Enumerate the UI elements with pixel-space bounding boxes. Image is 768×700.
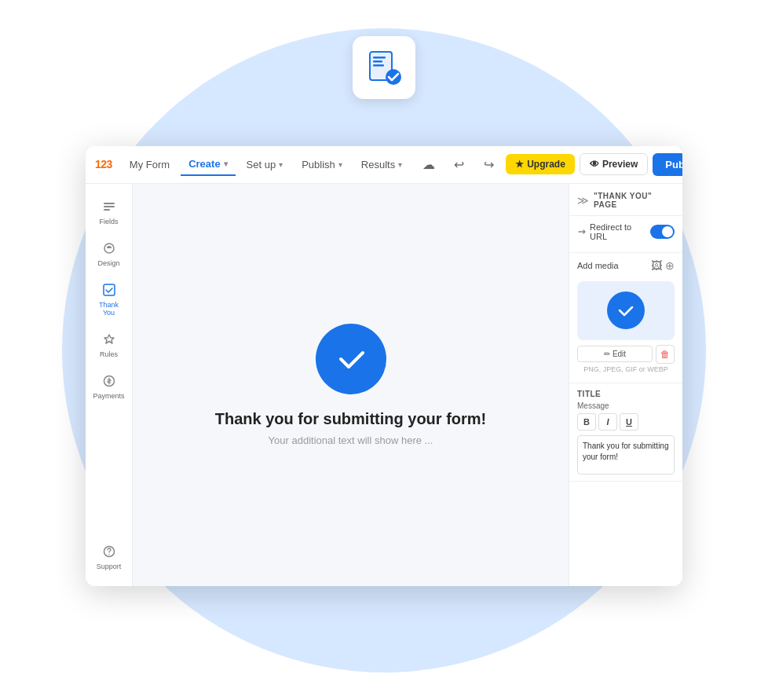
nav-actions: ☁ ↩ ↪ ★ Upgrade 👁 Preview Publish — [416, 152, 682, 177]
svg-rect-1 — [373, 57, 386, 59]
media-edit-row: ✏ Edit 🗑 — [577, 345, 675, 364]
panel-title: "THANK YOU" PAGE — [594, 192, 675, 209]
thankyou-icon — [102, 283, 116, 299]
publish-button[interactable]: Publish — [653, 153, 682, 176]
top-nav: 123 My Form Create ▾ Set up ▾ Publish ▾ … — [86, 146, 682, 184]
add-media-row: Add media 🖼 ⊕ — [577, 259, 675, 277]
nav-create[interactable]: Create ▾ — [181, 153, 235, 176]
eye-icon: 👁 — [590, 159, 599, 170]
redirect-section: Redirect to URL — [569, 216, 682, 253]
canvas-subtitle: Your additional text will show here ... — [269, 434, 433, 446]
sidebar-item-payments[interactable]: Payments — [89, 368, 130, 406]
add-media-label: Add media — [577, 261, 619, 270]
delete-media-button[interactable]: 🗑 — [656, 345, 675, 364]
underline-button[interactable]: U — [620, 413, 638, 431]
payments-icon — [102, 374, 116, 390]
rules-icon — [102, 332, 116, 349]
right-panel: ≫ "THANK YOU" PAGE Redirect to URL — [569, 184, 682, 586]
chevron-down-icon: ▾ — [338, 160, 342, 169]
media-preview — [577, 281, 675, 340]
format-toolbar: B I U — [577, 413, 675, 431]
svg-rect-6 — [104, 206, 115, 207]
media-section: Add media 🖼 ⊕ — [569, 253, 682, 383]
svg-rect-3 — [373, 64, 384, 67]
svg-rect-9 — [104, 284, 115, 295]
success-checkmark — [316, 324, 386, 394]
sidebar-label-payments: Payments — [93, 392, 124, 400]
svg-rect-2 — [373, 60, 382, 63]
preview-button[interactable]: 👁 Preview — [580, 153, 648, 175]
sidebar-label-rules: Rules — [100, 350, 118, 358]
image-upload-icon[interactable]: 🖼 — [651, 259, 662, 272]
upgrade-button[interactable]: ★ Upgrade — [506, 154, 575, 174]
sidebar-label-fields: Fields — [99, 218, 118, 225]
sidebar-item-thank-you[interactable]: Thank You — [89, 277, 130, 323]
form-canvas: Thank you for submitting your form! Your… — [133, 184, 569, 586]
canvas-title: Thank you for submitting your form! — [215, 410, 487, 428]
redirect-toggle[interactable] — [650, 225, 675, 239]
sidebar-item-rules[interactable]: Rules — [89, 326, 130, 365]
app-icon — [353, 36, 415, 99]
background-circle: 123 My Form Create ▾ Set up ▾ Publish ▾ … — [62, 28, 706, 673]
add-circle-icon[interactable]: ⊕ — [665, 259, 675, 272]
redo-icon[interactable]: ↪ — [476, 152, 501, 177]
sidebar-item-support[interactable]: Support — [89, 538, 130, 577]
left-sidebar: Fields Design — [86, 184, 133, 586]
sidebar-item-fields[interactable]: Fields — [89, 193, 130, 232]
sidebar-label-support: Support — [97, 563, 122, 570]
app-window: 123 My Form Create ▾ Set up ▾ Publish ▾ … — [86, 146, 682, 586]
chevron-down-icon: ▾ — [398, 160, 402, 169]
sidebar-label-design: Design — [97, 259, 119, 267]
svg-rect-7 — [104, 209, 110, 211]
nav-setup[interactable]: Set up ▾ — [239, 154, 291, 175]
svg-rect-5 — [104, 203, 115, 204]
media-actions: 🖼 ⊕ — [651, 259, 675, 272]
title-section: TITLE Message B I U Tha — [569, 383, 682, 482]
italic-button[interactable]: I — [598, 413, 617, 431]
design-icon — [102, 241, 116, 258]
chevron-down-icon: ▾ — [279, 160, 283, 169]
svg-point-12 — [108, 553, 109, 554]
fields-icon — [102, 200, 116, 216]
undo-icon[interactable]: ↩ — [446, 152, 471, 177]
collapse-icon[interactable]: ≫ — [577, 194, 589, 207]
media-checkmark-circle — [607, 291, 645, 329]
support-icon — [102, 544, 116, 561]
message-label: Message — [577, 401, 675, 410]
pencil-icon: ✏ — [604, 350, 610, 358]
main-area: Fields Design — [86, 184, 682, 586]
star-icon: ★ — [515, 159, 524, 170]
sidebar-item-design[interactable]: Design — [89, 235, 130, 273]
message-text-area[interactable]: Thank you for submitting your form! — [577, 435, 675, 475]
nav-results[interactable]: Results ▾ — [353, 154, 410, 175]
logo: 123 — [95, 158, 112, 170]
trash-icon: 🗑 — [660, 349, 670, 360]
title-section-label: TITLE — [577, 390, 675, 398]
edit-media-button[interactable]: ✏ Edit — [577, 346, 653, 362]
redirect-row: Redirect to URL — [577, 222, 675, 241]
redirect-label: Redirect to URL — [577, 222, 650, 241]
cloud-icon[interactable]: ☁ — [416, 152, 441, 177]
panel-header: ≫ "THANK YOU" PAGE — [569, 184, 682, 216]
chevron-down-icon: ▾ — [224, 159, 228, 168]
nav-my-form[interactable]: My Form — [122, 154, 177, 175]
nav-publish[interactable]: Publish ▾ — [294, 154, 350, 175]
sidebar-label-thank-you: Thank You — [93, 301, 125, 317]
media-hint: PNG, JPEG, GIF or WEBP — [577, 365, 675, 373]
bold-button[interactable]: B — [577, 413, 596, 431]
